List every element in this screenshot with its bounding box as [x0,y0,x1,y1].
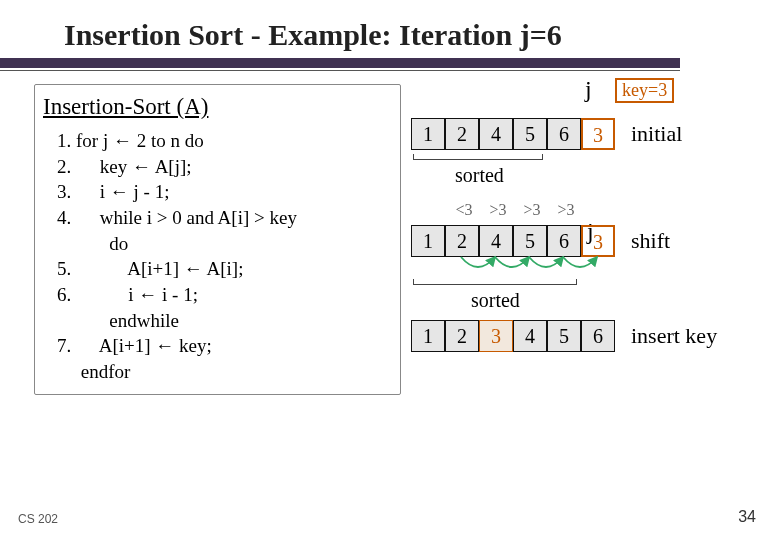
code-line: 3. i ← j - 1; [57,179,392,205]
cell: 2 [445,320,479,352]
cmp: >3 [549,201,583,219]
j-marker: j [585,76,592,103]
code-line: endwhile [57,308,392,334]
title-rule [0,58,680,68]
code-line: do [57,231,392,257]
pseudocode: 1. for j ← 2 to n do 2. key ← A[j]; 3. i… [43,128,392,384]
sorted-brace [413,279,577,285]
cell: 6 [547,118,581,150]
cell: 2 [445,225,479,257]
cell: 6 [547,225,581,257]
array-initial: 1 2 4 5 6 3 initial [411,118,758,150]
cmp: >3 [481,201,515,219]
code-line: 2. key ← A[j]; [57,154,392,180]
algorithm-panel: Insertion-Sort (A) 1. for j ← 2 to n do … [34,84,401,395]
key-box: key=3 [615,78,674,103]
body: Insertion-Sort (A) 1. for j ← 2 to n do … [22,84,758,395]
array-insert: 1 2 3 4 5 6 insert key [411,320,758,352]
cell: 2 [445,118,479,150]
cell-key: 3 [581,118,615,150]
algorithm-heading: Insertion-Sort (A) [43,91,392,122]
cell: 1 [411,118,445,150]
code-line: 6. i ← i - 1; [57,282,392,308]
row-label: initial [631,121,682,147]
cell: 1 [411,320,445,352]
cmp: >3 [515,201,549,219]
slide-number: 34 [738,508,756,526]
cell: 4 [513,320,547,352]
footer-left: CS 202 [18,512,58,526]
cell-key: 3 [581,225,615,257]
visualization: j key=3 1 2 4 5 6 3 initial sorted <3 >3… [411,84,758,395]
code-line: 1. for j ← 2 to n do [57,128,392,154]
cell: 1 [411,225,445,257]
array-shift: 1 2 4 5 6 3 shift [411,225,758,257]
code-line: endfor [57,359,392,385]
slide: Insertion Sort - Example: Iteration j=6 … [0,0,780,540]
cmp: <3 [447,201,481,219]
cell: 5 [513,118,547,150]
comparisons: <3 >3 >3 >3 [447,201,758,219]
cell: 4 [479,225,513,257]
cell: 5 [547,320,581,352]
sorted-brace [413,154,543,160]
cell: 4 [479,118,513,150]
sorted-label: sorted [471,289,758,312]
page-title: Insertion Sort - Example: Iteration j=6 [64,18,758,52]
row-label: insert key [631,324,717,347]
cell-inserted: 3 [479,320,513,352]
code-line: 7. A[i+1] ← key; [57,333,392,359]
row-label: shift [631,228,670,254]
sorted-label: sorted [455,164,758,187]
code-line: 4. while i > 0 and A[i] > key [57,205,392,231]
cell: 6 [581,320,615,352]
code-line: 5. A[i+1] ← A[i]; [57,256,392,282]
cell: 5 [513,225,547,257]
